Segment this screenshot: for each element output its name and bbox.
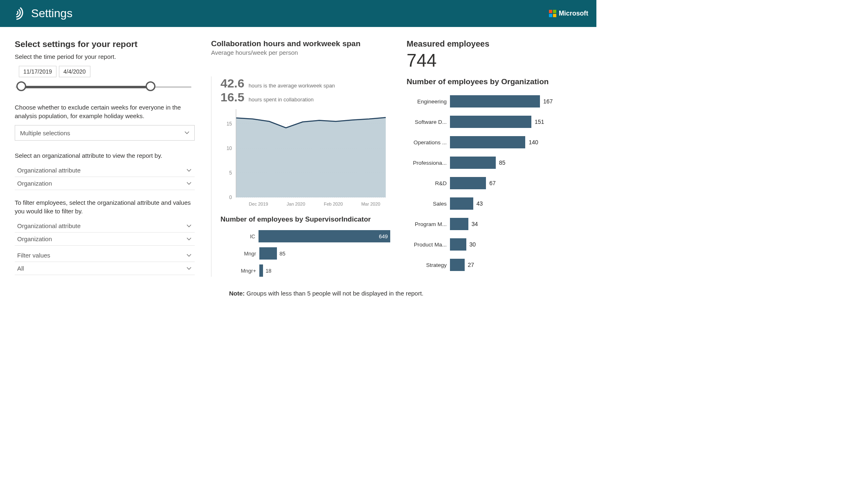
bar-value: 167: [543, 98, 553, 105]
bar-value: 649: [379, 233, 388, 240]
org-attribute-label-dropdown[interactable]: Organizational attribute: [15, 165, 195, 177]
collab-area-chart: 051015Dec 2019Jan 2020Feb 2020Mar 2020: [220, 107, 390, 211]
collab-panel: Collaboration hours and workweek span Av…: [211, 39, 399, 282]
chevron-down-icon: [187, 266, 191, 271]
bar-label: Mngr+: [220, 268, 259, 274]
chevron-down-icon: [187, 168, 191, 173]
date-range-inputs: 11/17/2019 4/4/2020: [19, 66, 199, 77]
chevron-down-icon: [187, 237, 191, 242]
bar-rect: [450, 197, 473, 210]
filter-attribute-label: Organizational attribute: [17, 222, 81, 229]
date-end-input[interactable]: 4/4/2020: [59, 66, 90, 77]
bar-label: IC: [220, 233, 259, 240]
bar-value: 67: [489, 180, 496, 186]
collab-hours-stat: 16.5 hours spent in collaboration: [220, 90, 390, 104]
bar-rect: 649: [259, 230, 390, 242]
bar-label: Software D...: [407, 119, 450, 125]
workweek-span-label: hours is the average workweek span: [249, 83, 335, 89]
attr-view-label: Select an organizational attribute to vi…: [15, 151, 199, 160]
bar-value: 30: [470, 241, 476, 248]
org-attribute-value-dropdown[interactable]: Organization: [15, 178, 195, 190]
microsoft-brand: Microsoft: [549, 10, 588, 17]
bar-rect: [450, 177, 486, 189]
filter-values-label-dropdown[interactable]: Filter values: [15, 250, 195, 262]
workweek-span-value: 42.6: [220, 76, 244, 90]
filter-attribute-value: Organization: [17, 235, 52, 242]
settings-panel: Select settings for your report Select t…: [15, 39, 211, 282]
bar-rect: [450, 157, 496, 169]
microsoft-brand-label: Microsoft: [559, 10, 588, 17]
main-content: Select settings for your report Select t…: [0, 27, 596, 286]
bar-rect: [259, 247, 277, 260]
footer-note: Note: Groups with less than 5 people wil…: [0, 286, 596, 307]
svg-rect-4: [553, 10, 556, 13]
org-attribute-label: Organizational attribute: [17, 167, 81, 174]
settings-heading: Select settings for your report: [15, 39, 199, 49]
filter-attribute-label-dropdown[interactable]: Organizational attribute: [15, 220, 195, 233]
bar-row: Engineering167: [407, 95, 579, 108]
bar-row: Mngr+18: [220, 264, 390, 277]
filter-values-label: Filter values: [17, 252, 50, 259]
chevron-down-icon: [184, 130, 189, 135]
svg-text:Mar 2020: Mar 2020: [361, 202, 380, 206]
measured-title: Measured employees: [407, 39, 579, 49]
bar-row: Sales43: [407, 197, 579, 210]
org-attribute-value: Organization: [17, 180, 52, 187]
exclude-weeks-dropdown[interactable]: Multiple selections: [15, 125, 195, 141]
svg-text:10: 10: [227, 146, 232, 151]
bar-label: Professiona...: [407, 160, 450, 166]
slider-handle-start[interactable]: [16, 81, 26, 91]
org-bar-chart: Engineering167Software D...151Operations…: [407, 95, 579, 271]
bar-label: R&D: [407, 180, 450, 186]
workweek-span-stat: 42.6 hours is the average workweek span: [220, 76, 390, 90]
bar-rect: [259, 264, 263, 277]
bar-value: 85: [499, 159, 506, 166]
filter-values-value: All: [17, 265, 24, 272]
bar-row: Software D...151: [407, 116, 579, 128]
bar-rect: [450, 259, 465, 271]
chevron-down-icon: [187, 253, 191, 258]
page-title: Settings: [31, 7, 72, 20]
bar-label: Program M...: [407, 221, 450, 227]
bar-rect: [450, 116, 531, 128]
bar-label: Operations ...: [407, 139, 450, 146]
bar-value: 140: [528, 139, 538, 146]
time-period-label: Select the time period for your report.: [15, 53, 199, 60]
bar-label: Mngr: [220, 251, 259, 257]
slider-active-track: [20, 86, 151, 88]
date-start-input[interactable]: 11/17/2019: [19, 66, 56, 77]
filter-label: To filter employees, select the organiza…: [15, 198, 199, 215]
svg-point-1: [10, 7, 22, 18]
bar-value: 27: [468, 262, 474, 268]
bar-label: Engineering: [407, 99, 450, 105]
bar-row: IC649: [220, 230, 390, 242]
svg-text:Jan 2020: Jan 2020: [287, 202, 305, 206]
bar-row: Professiona...85: [407, 157, 579, 169]
bar-value: 34: [472, 221, 478, 227]
svg-point-2: [13, 10, 18, 15]
svg-text:Dec 2019: Dec 2019: [249, 202, 268, 206]
app-header: Settings Microsoft: [0, 0, 596, 27]
svg-text:5: 5: [229, 170, 232, 176]
bar-value: 85: [279, 251, 285, 257]
bar-label: Strategy: [407, 262, 450, 268]
svg-rect-3: [549, 10, 552, 13]
svg-point-0: [8, 5, 24, 20]
note-label: Note:: [229, 290, 245, 297]
bar-value: 18: [265, 268, 271, 274]
filter-attribute-value-dropdown[interactable]: Organization: [15, 233, 195, 246]
supervisor-bar-chart: IC649Mngr85Mngr+18: [220, 230, 390, 277]
bar-label: Sales: [407, 201, 450, 207]
bar-row: R&D67: [407, 177, 579, 189]
bar-row: Product Ma...30: [407, 238, 579, 251]
bar-row: Program M...34: [407, 218, 579, 230]
svg-text:0: 0: [229, 195, 232, 200]
measured-panel: Measured employees 744 Number of employe…: [399, 39, 579, 282]
collab-title: Collaboration hours and workweek span: [211, 39, 399, 48]
bar-rect: [450, 136, 525, 148]
filter-values-value-dropdown[interactable]: All: [15, 263, 195, 275]
date-range-slider[interactable]: [16, 81, 191, 93]
slider-handle-end[interactable]: [146, 81, 155, 91]
chevron-down-icon: [187, 181, 191, 186]
chevron-down-icon: [187, 224, 191, 228]
